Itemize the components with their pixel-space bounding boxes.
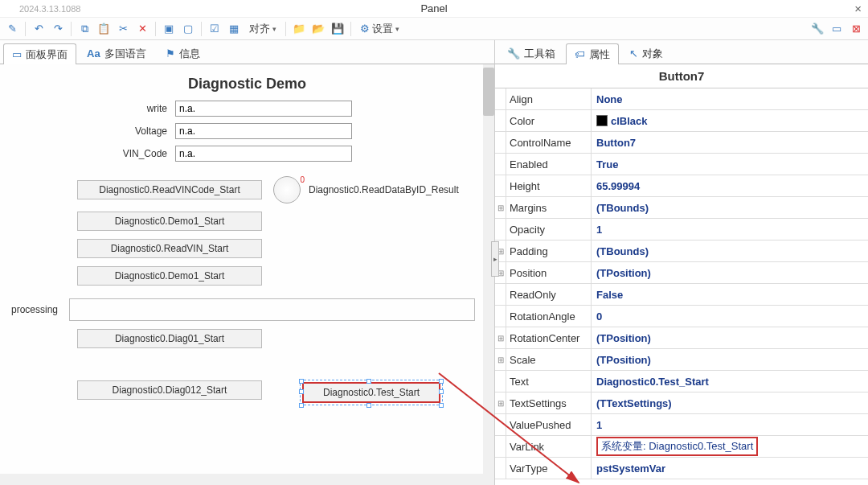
expand-icon[interactable]: ⊞	[495, 197, 506, 218]
voltage-input[interactable]	[175, 123, 352, 139]
expand-icon[interactable]: ⊞	[495, 393, 506, 413]
property-row[interactable]: ValuePushed1	[495, 414, 868, 436]
save-icon[interactable]: 💾	[329, 20, 346, 38]
form-row-write: write	[0, 101, 494, 117]
delete-icon[interactable]: ✕	[133, 20, 151, 38]
property-row[interactable]: ColorclBlack	[495, 110, 868, 132]
property-row[interactable]: ReadOnlyFalse	[495, 284, 868, 306]
expand-icon	[495, 414, 506, 435]
property-key: ReadOnly	[506, 284, 592, 305]
property-key: Enabled	[506, 154, 592, 175]
property-value[interactable]: pstSystemVar	[592, 458, 868, 479]
readvin-button[interactable]: Diagnostic0.ReadVIN_Start	[77, 239, 262, 258]
copy-icon[interactable]: ⧉	[76, 20, 93, 38]
tab-objects[interactable]: ↖ 对象	[620, 43, 672, 64]
tab-info[interactable]: ⚑ 信息	[157, 43, 209, 64]
expand-icon[interactable]: ⊞	[495, 327, 506, 348]
tab-toolbox[interactable]: 🔧 工具箱	[498, 43, 564, 64]
redo-icon[interactable]: ↷	[49, 20, 67, 38]
window-title: Panel	[420, 2, 447, 14]
gauge-icon[interactable]: 0	[273, 176, 301, 203]
demo1b-button[interactable]: Diagnostic0.Demo1_Start	[77, 266, 262, 286]
tab-language[interactable]: Aa 多国语言	[78, 43, 155, 64]
property-key: ControlName	[506, 132, 592, 153]
settings-dropdown[interactable]: ⚙ 设置 ▾	[355, 20, 404, 38]
wrench-icon[interactable]: 🔧	[809, 20, 826, 38]
property-key: Text	[506, 371, 592, 392]
property-value[interactable]: (TBounds)	[592, 240, 868, 261]
resize-handle-icon[interactable]	[299, 379, 304, 384]
color-chip-icon	[596, 115, 608, 126]
align-dropdown[interactable]: 对齐 ▾	[244, 20, 281, 38]
resize-handle-icon[interactable]	[299, 389, 304, 394]
grid-icon[interactable]: ▦	[225, 20, 243, 38]
property-row[interactable]: VarTypepstSystemVar	[495, 458, 868, 479]
property-row[interactable]: VarLink系统变量: Diagnostic0.Test_Start	[495, 436, 868, 458]
property-value[interactable]: (TPosition)	[592, 327, 868, 348]
property-row[interactable]: ⊞Margins(TBounds)	[495, 197, 868, 219]
property-row[interactable]: Opacity1	[495, 219, 868, 240]
language-icon: Aa	[87, 47, 100, 60]
pane-collapser[interactable]: ▸	[491, 241, 499, 277]
property-value[interactable]: None	[592, 88, 868, 109]
property-row[interactable]: ⊞RotationCenter(TPosition)	[495, 327, 868, 349]
property-value[interactable]: Button7	[592, 132, 868, 153]
property-value[interactable]: (TTextSettings)	[592, 393, 868, 413]
property-row[interactable]: EnabledTrue	[495, 154, 868, 175]
property-value[interactable]: (TPosition)	[592, 262, 868, 283]
property-value[interactable]: 1	[592, 414, 868, 435]
resize-handle-icon[interactable]	[366, 379, 371, 384]
property-value[interactable]: False	[592, 284, 868, 305]
resize-handle-icon[interactable]	[366, 403, 371, 408]
close-panel-icon[interactable]: ⊠	[847, 20, 865, 38]
edit-icon[interactable]: ✎	[3, 20, 21, 38]
layer-front-icon[interactable]: ▣	[160, 20, 178, 38]
vin-input[interactable]	[175, 146, 352, 162]
cut-icon[interactable]: ✂	[114, 20, 132, 38]
property-value[interactable]: 系统变量: Diagnostic0.Test_Start	[592, 436, 868, 457]
tab-properties[interactable]: 🏷 属性	[566, 43, 619, 64]
property-row[interactable]: ⊞Padding(TBounds)	[495, 240, 868, 262]
add-folder-icon[interactable]: 📂	[309, 20, 327, 38]
property-row[interactable]: ⊞Scale(TPosition)	[495, 349, 868, 371]
property-row[interactable]: ⊞Position(TPosition)	[495, 262, 868, 284]
property-grid[interactable]: AlignNoneColorclBlackControlNameButton7E…	[495, 88, 868, 485]
horizontal-scrollbar[interactable]	[0, 474, 483, 485]
property-value[interactable]: (TPosition)	[592, 349, 868, 370]
undo-icon[interactable]: ↶	[30, 20, 47, 38]
property-row[interactable]: ⊞TextSettings(TTextSettings)	[495, 393, 868, 414]
property-row[interactable]: ControlNameButton7	[495, 132, 868, 154]
window-icon[interactable]: ▭	[828, 20, 845, 38]
design-canvas[interactable]: Diagnostic Demo write Voltage VIN_Code D…	[0, 64, 494, 485]
property-value[interactable]: 65.99994	[592, 175, 868, 196]
tab-label: 对象	[642, 47, 663, 61]
read-vincode-button[interactable]: Diagnostic0.ReadVINCode_Start	[77, 180, 262, 199]
property-value[interactable]: True	[592, 154, 868, 175]
resize-handle-icon[interactable]	[439, 389, 444, 394]
check-icon[interactable]: ☑	[206, 20, 223, 38]
resize-handle-icon[interactable]	[439, 403, 444, 408]
property-row[interactable]: Height65.99994	[495, 175, 868, 197]
property-value[interactable]: clBlack	[592, 110, 868, 131]
property-row[interactable]: AlignNone	[495, 88, 868, 110]
diag01-button[interactable]: Diagnostic0.Diag01_Start	[77, 329, 262, 348]
property-row[interactable]: RotationAngle0	[495, 306, 868, 327]
demo1-button[interactable]: Diagnostic0.Demo1_Start	[77, 212, 262, 231]
property-value[interactable]: 0	[592, 306, 868, 327]
layer-back-icon[interactable]: ▢	[179, 20, 197, 38]
paste-icon[interactable]: 📋	[95, 20, 113, 38]
property-row[interactable]: TextDiagnostic0.Test_Start	[495, 371, 868, 393]
new-folder-icon[interactable]: 📁	[290, 20, 308, 38]
tab-panel-ui[interactable]: ▭ 面板界面	[3, 43, 76, 64]
property-value[interactable]: 1	[592, 219, 868, 240]
processing-field[interactable]	[69, 298, 475, 321]
close-icon[interactable]: ×	[854, 2, 862, 15]
resize-handle-icon[interactable]	[299, 403, 304, 408]
property-value[interactable]: (TBounds)	[592, 197, 868, 218]
expand-icon[interactable]: ⊞	[495, 349, 506, 370]
resize-handle-icon[interactable]	[439, 379, 444, 384]
write-input[interactable]	[175, 101, 352, 117]
test-start-button[interactable]: Diagnostic0.Test_Start	[302, 382, 440, 403]
diag012-button[interactable]: Diagnostic0.Diag012_Start	[77, 380, 262, 400]
property-value[interactable]: Diagnostic0.Test_Start	[592, 371, 868, 392]
